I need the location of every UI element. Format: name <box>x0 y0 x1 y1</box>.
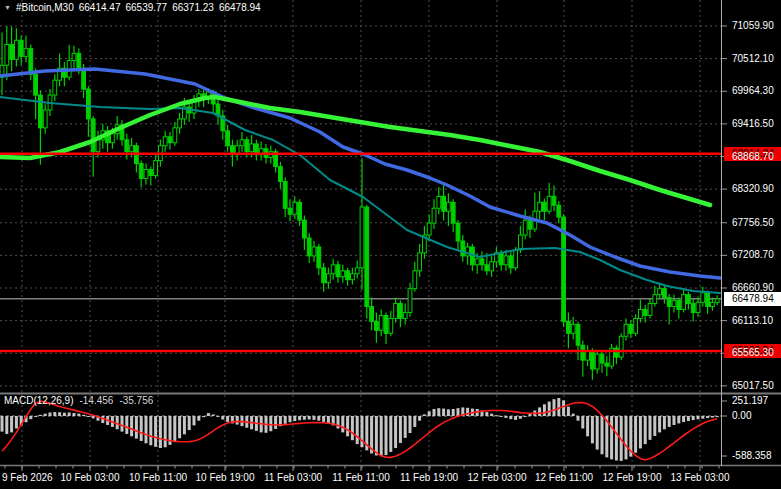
macd-histogram-bar <box>716 416 719 417</box>
candle-body <box>82 68 86 89</box>
candle-body <box>394 304 398 319</box>
candle-body <box>96 140 100 152</box>
macd-histogram-bar <box>433 409 436 416</box>
time-axis-label: 11 Feb 19:00 <box>400 472 458 484</box>
macd-histogram-bar <box>341 416 344 432</box>
macd-histogram-bar <box>53 412 56 416</box>
candle-body <box>365 207 369 306</box>
macd-histogram-bar <box>284 416 287 424</box>
candle-body <box>226 131 230 146</box>
candle-body <box>413 271 417 289</box>
macd-histogram-bar <box>293 416 296 421</box>
macd-histogram-bar <box>183 416 186 434</box>
price-axis-label: 65017.50 <box>732 380 774 392</box>
macd-histogram-bar <box>135 416 138 439</box>
candle-body <box>485 265 489 271</box>
macd-histogram-bar <box>514 416 517 420</box>
time-axis-label: 12 Feb 11:00 <box>535 472 593 484</box>
candle-body <box>331 265 335 274</box>
candle-body <box>475 259 479 265</box>
price-axis-label: 66113.10 <box>732 315 773 327</box>
macd-histogram-bar <box>380 416 383 456</box>
ohlc-open: 66414.47 <box>79 2 121 13</box>
candle-body <box>619 336 623 357</box>
macd-histogram-bar <box>236 416 239 425</box>
macd-histogram-bar <box>274 416 277 429</box>
candle-body <box>591 351 595 369</box>
candle-body <box>360 207 364 268</box>
macd-histogram-bar <box>289 416 292 422</box>
macd-signal-value: -35.756 <box>119 395 153 406</box>
macd-histogram-bar <box>692 416 695 420</box>
macd-histogram-bar <box>538 407 541 416</box>
macd-histogram-bar <box>682 416 685 422</box>
macd-histogram-bar <box>658 416 661 432</box>
candle-body <box>341 271 345 277</box>
macd-histogram-bar <box>586 416 589 436</box>
macd-histogram-bar <box>68 412 71 416</box>
candle-body <box>283 181 287 208</box>
candle-body <box>34 74 38 95</box>
macd-histogram-bar <box>543 404 546 416</box>
macd-histogram-bar <box>77 414 80 416</box>
symbol-dropdown-icon[interactable]: ▼ <box>4 3 11 13</box>
macd-histogram-bar <box>10 416 13 432</box>
macd-histogram-bar <box>303 416 306 420</box>
time-axis-label: 9 Feb 2026 <box>2 472 53 484</box>
ohlc-low: 66371.23 <box>172 2 214 13</box>
candle-body <box>576 324 580 345</box>
candle-body <box>163 137 167 146</box>
candle-body <box>451 202 455 223</box>
symbol-ohlc-readout[interactable]: ▼ #Bitcoin,M30 66414.47 66539.77 66371.2… <box>4 2 261 13</box>
macd-histogram-bar <box>188 416 191 430</box>
macd-histogram-bar <box>394 416 397 448</box>
macd-histogram-bar <box>317 416 320 421</box>
ohlc-high: 66539.77 <box>125 2 167 13</box>
macd-histogram-bar <box>173 416 176 442</box>
macd-histogram-bar <box>87 416 90 417</box>
candle-body <box>355 268 359 274</box>
macd-histogram-bar <box>495 415 498 416</box>
candlesticks[interactable] <box>0 26 719 380</box>
macd-histogram-bar <box>562 400 565 416</box>
macd-histogram-bar <box>385 416 388 455</box>
macd-histogram-bar <box>298 416 301 420</box>
candle-body <box>543 202 547 211</box>
candle-body <box>312 247 316 256</box>
candle-body <box>447 202 451 211</box>
candle-body <box>379 315 383 330</box>
candle-body <box>125 140 129 152</box>
candle-body <box>370 307 374 322</box>
macd-histogram-bar <box>615 416 618 461</box>
macd-histogram-bar <box>490 414 493 416</box>
candle-body <box>480 259 484 265</box>
candle-body <box>154 161 158 176</box>
price-chart[interactable] <box>0 0 781 489</box>
candle-body <box>547 196 551 211</box>
candle-body <box>499 253 503 265</box>
candle-body <box>418 253 422 271</box>
macd-histogram-bar <box>1 416 4 432</box>
candle-body <box>567 321 571 333</box>
time-axis-label: 11 Feb 11:00 <box>332 472 389 484</box>
macd-histogram-bar <box>121 416 124 432</box>
candle-body <box>408 289 412 313</box>
macd-histogram-bar <box>447 409 450 416</box>
candle-body <box>307 238 311 256</box>
candle-body <box>139 164 143 179</box>
macd-histogram-bar <box>409 416 412 433</box>
candle-body <box>279 167 283 182</box>
candle-body <box>87 89 91 119</box>
candle-body <box>43 110 47 128</box>
macd-histogram-bar <box>149 416 152 445</box>
macd-histogram-bar <box>346 416 349 436</box>
macd-axis-label: 0.00 <box>732 410 751 422</box>
macd-histogram-bar <box>207 413 210 416</box>
candle-body <box>519 235 523 250</box>
macd-histogram-bar <box>140 416 143 441</box>
macd-histogram-bar <box>677 416 680 423</box>
macd-histogram-bar <box>269 416 272 431</box>
candle-body <box>490 262 494 271</box>
macd-name: MACD(12,26,9) <box>4 395 73 406</box>
candle-body <box>24 49 28 57</box>
